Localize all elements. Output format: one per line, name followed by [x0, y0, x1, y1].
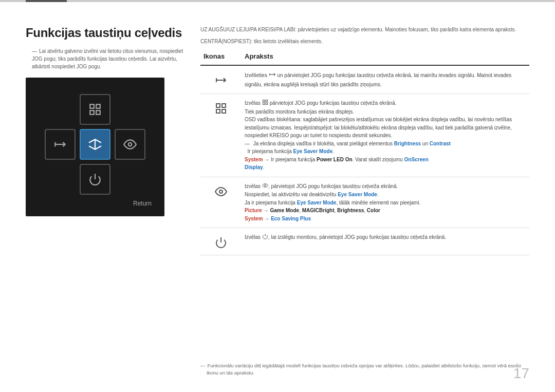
svg-rect-13 [216, 104, 220, 107]
table-row-3: Izvēlas , pārvietojot JOG pogu funkcijas… [200, 177, 529, 229]
icon-cell-4 [200, 232, 242, 251]
left-column: Funkcijas taustiņu ceļvedis Lai atvērtu … [26, 26, 185, 377]
svg-rect-3 [96, 110, 100, 115]
monitor-image: Return [26, 78, 164, 216]
eye-saver-icon [213, 183, 229, 200]
icon-cell-2 [200, 98, 242, 117]
grid-icon [213, 100, 229, 117]
monitor-btn-eye [115, 129, 145, 160]
monitor-btn-empty-2 [115, 94, 145, 125]
right-sub-text: CENTRĀ(NOSPIEST): tiks lietots izvēlētai… [200, 38, 529, 45]
svg-point-7 [128, 143, 132, 146]
col-icon-header: Ikonas [200, 50, 242, 62]
table-row-4: Izvēlas , lai izslēgtu monitoru, pārviet… [200, 228, 529, 255]
table-row-2: Izvēlas pārvietojot JOG pogu funkcijas t… [200, 94, 529, 177]
monitor-return-label: Return [133, 200, 152, 207]
svg-point-21 [219, 190, 223, 193]
monitor-btn-empty-3 [45, 164, 76, 195]
monitor-btn-center-active [80, 129, 110, 160]
input-switch-icon [213, 72, 229, 88]
monitor-btn-input [45, 129, 76, 160]
svg-rect-18 [266, 100, 268, 102]
monitor-btn-grid [80, 94, 110, 125]
monitor-btn-power [80, 164, 110, 195]
table-header: Ikonas Apraksts [200, 50, 529, 66]
page-title: Funkcijas taustiņu ceļvedis [26, 26, 185, 40]
monitor-buttons-grid [45, 94, 145, 195]
desc-cell-1: Izvēlieties un pārvietojiet JOG pogu fun… [242, 70, 529, 89]
svg-rect-19 [263, 103, 265, 105]
svg-rect-1 [96, 104, 100, 108]
table-row-1: Izvēlieties un pārvietojiet JOG pogu fun… [200, 66, 529, 94]
monitor-btn-empty-1 [45, 94, 76, 125]
desc-cell-3: Izvēlas , pārvietojot JOG pogu funkcijas… [242, 181, 529, 224]
table: Ikonas Apraksts [200, 50, 529, 356]
top-line-accent [26, 0, 67, 2]
right-header-text: UZ AUGŠU/UZ LEJU/PA KREISI/PA LABI: pārv… [200, 26, 529, 33]
footnote: Funkcionālu variāciju dēļ iegādātajā mod… [200, 362, 529, 377]
svg-rect-16 [222, 109, 226, 113]
svg-rect-14 [222, 104, 226, 107]
svg-rect-0 [90, 104, 94, 108]
right-column: UZ AUGŠU/UZ LEJU/PA KREISI/PA LABI: pārv… [200, 26, 529, 377]
svg-rect-15 [216, 109, 220, 113]
power-icon [213, 234, 229, 251]
subtitle-text: Lai atvērtu galveno izvēlni vai lietotu … [26, 47, 185, 70]
svg-rect-20 [266, 103, 268, 105]
svg-rect-2 [90, 110, 94, 115]
desc-cell-4: Izvēlas , lai izslēgtu monitoru, pārviet… [242, 232, 529, 243]
col-desc-header: Apraksts [242, 50, 529, 62]
desc-cell-2: Izvēlas pārvietojot JOG pogu funkcijas t… [242, 98, 529, 173]
svg-point-22 [264, 184, 266, 186]
svg-rect-17 [263, 100, 265, 102]
monitor-btn-empty-4 [115, 164, 145, 195]
page-number: 17 [513, 365, 529, 382]
icon-cell-1 [200, 70, 242, 88]
top-line [0, 0, 555, 2]
icon-cell-3 [200, 181, 242, 200]
